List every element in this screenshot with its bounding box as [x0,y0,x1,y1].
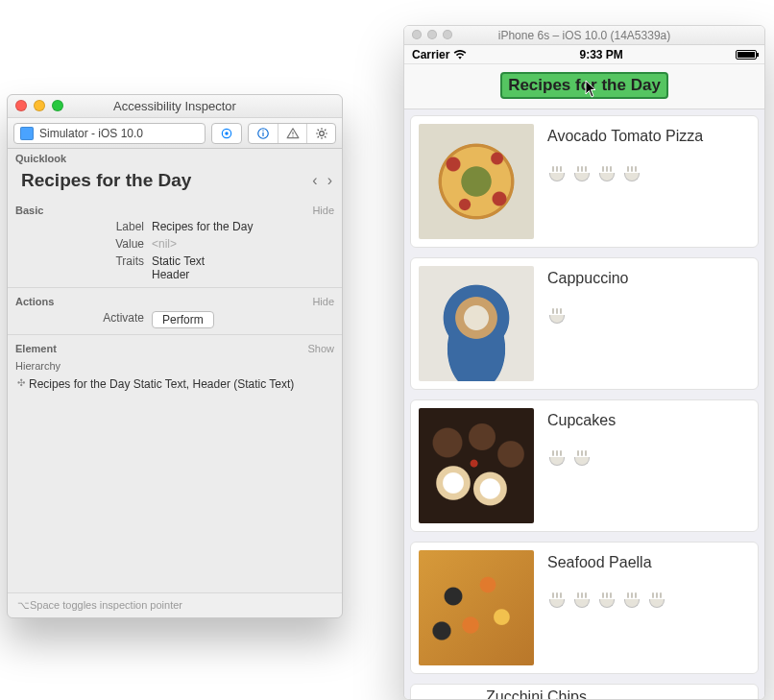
phone-screen: Carrier 9:33 PM Recipes for the Day Avoc… [404,45,764,699]
value-value: <nil> [152,237,177,251]
zoom-window-icon[interactable] [443,30,452,39]
sim-window-controls [412,30,452,39]
prev-element-button[interactable]: ‹ [312,172,317,189]
inspector-toolbar: Simulator - iOS 10.0 [8,118,342,149]
warnings-tab[interactable] [278,123,306,144]
svg-line-15 [325,129,326,130]
recipe-body: Cupcakes [547,408,616,466]
perform-button[interactable]: Perform [152,311,214,328]
svg-rect-6 [292,135,293,136]
element-nav: ‹ › [312,172,332,189]
row-label: Label Recipes for the Day [8,218,342,235]
status-bar: Carrier 9:33 PM [404,45,764,64]
quicklook-value: Recipes for the Day [21,170,191,191]
recipe-card[interactable]: Zucchini Chips [410,684,759,699]
inspector-body: Quicklook Recipes for the Day ‹ › Basic … [8,149,342,592]
recipe-body: Avocado Tomato Pizza [547,124,703,181]
recipe-thumbnail [419,124,534,239]
recipe-thumbnail [419,266,534,381]
svg-point-1 [225,132,229,135]
value-key: Value [8,237,152,251]
recipe-title: Zucchini Chips [486,688,587,699]
traits-line-2: Header [152,268,205,281]
activate-key: Activate [8,311,152,325]
rating-bowl-icon [547,166,567,181]
minimize-window-icon[interactable] [34,100,45,111]
battery-icon [736,50,757,60]
close-window-icon[interactable] [15,100,27,111]
element-label: Element [15,343,57,354]
rating-bowl-icon [547,450,567,466]
traits-value: Static Text Header [152,254,205,281]
recipe-body: Cappuccino [547,266,629,324]
simulator-window: iPhone 6s – iOS 10.0 (14A5339a) Carrier … [403,25,765,700]
simulator-app-icon [20,127,34,140]
recipe-card[interactable]: Seafood Paella [410,542,759,674]
recipe-rating [547,166,703,181]
svg-line-14 [317,136,318,137]
inspector-title: Accessibility Inspector [113,99,236,113]
inspection-target-label: Simulator - iOS 10.0 [39,127,143,140]
quicklook-label: Quicklook [15,153,66,164]
actions-label: Actions [15,296,54,307]
window-controls [15,100,63,111]
carrier-label: Carrier [412,48,449,61]
label-key: Label [8,220,152,233]
quicklook-row: Recipes for the Day ‹ › [8,166,342,201]
rating-bowl-icon [622,592,641,608]
hierarchy-item[interactable]: Recipes for the Day Static Text, Header … [8,374,342,395]
inspector-titlebar[interactable]: Accessibility Inspector [8,95,342,118]
simulator-titlebar[interactable]: iPhone 6s – iOS 10.0 (14A5339a) [404,26,764,45]
recipe-rating [547,592,666,608]
recipe-card[interactable]: Cupcakes [410,399,759,532]
rating-bowl-icon [547,592,567,608]
inspection-pointer-button[interactable] [211,123,242,144]
gear-icon [315,127,328,140]
recipe-card[interactable]: Cappuccino [410,257,759,390]
svg-point-7 [319,131,324,135]
recipe-thumbnail [419,687,472,699]
inspector-mode-segmented [248,123,336,144]
recipe-list[interactable]: Avocado Tomato PizzaCappuccinoCupcakesSe… [404,109,764,699]
rating-bowl-icon [547,308,567,324]
page-title: Recipes for the Day [500,72,668,99]
rating-bowl-icon [597,592,617,608]
actions-section-header: Actions Hide [8,292,342,309]
row-activate: Activate Perform [8,309,342,330]
next-element-button[interactable]: › [327,172,332,189]
rating-bowl-icon [572,450,592,466]
element-show-button[interactable]: Show [307,343,334,354]
zoom-window-icon[interactable] [52,100,63,111]
basic-hide-button[interactable]: Hide [312,205,334,216]
svg-rect-3 [262,132,263,135]
recipe-card[interactable]: Avocado Tomato Pizza [410,115,759,248]
actions-hide-button[interactable]: Hide [312,296,334,307]
element-section-header: Element Show [8,339,342,356]
close-window-icon[interactable] [412,30,422,39]
minimize-window-icon[interactable] [427,30,437,39]
quicklook-section-header: Quicklook [8,149,342,166]
recipe-body: Zucchini Chips [486,685,587,699]
rating-bowl-icon [647,592,666,608]
recipe-title: Cappuccino [547,270,629,287]
traits-line-1: Static Text [152,254,205,268]
svg-line-13 [325,136,326,137]
recipe-body: Seafood Paella [547,550,666,608]
inspector-footer: ⌥Space toggles inspection pointer [8,592,342,617]
audit-tab[interactable] [249,123,278,144]
recipe-rating [547,450,616,466]
basic-label: Basic [15,205,43,216]
clock-label: 9:33 PM [580,48,623,61]
rating-bowl-icon [572,592,592,608]
recipe-thumbnail [419,408,534,523]
label-value: Recipes for the Day [152,220,253,233]
target-icon [220,127,233,140]
rating-bowl-icon [597,166,617,181]
settings-tab[interactable] [306,123,335,144]
hierarchy-label: Hierarchy [15,360,60,372]
recipe-rating [547,308,629,324]
rating-bowl-icon [572,166,592,181]
recipe-title: Seafood Paella [547,554,666,571]
simulator-title: iPhone 6s – iOS 10.0 (14A5339a) [498,29,670,42]
inspection-target-picker[interactable]: Simulator - iOS 10.0 [13,123,206,144]
